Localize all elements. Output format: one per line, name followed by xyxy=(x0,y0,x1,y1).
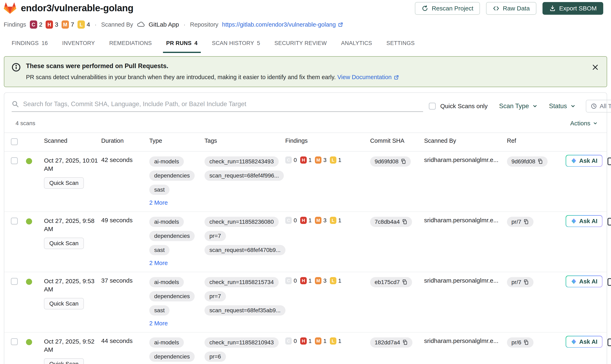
pr-scans-info-banner: These scans were performed on Pull Reque… xyxy=(4,56,607,87)
type-pills: ai-modelsdependenciessast xyxy=(149,277,202,315)
row-findings-badges: C0H1M3L1 xyxy=(285,156,367,164)
ref-pill[interactable]: pr/7 xyxy=(507,217,533,227)
tag-pill: sast xyxy=(149,305,169,315)
tab-analytics[interactable]: ANALYTICS xyxy=(340,40,373,53)
tab-findings[interactable]: FINDINGS16 xyxy=(11,40,49,53)
quick-scans-checkbox[interactable] xyxy=(429,103,436,110)
tag-pill: check_run=11858243493 xyxy=(205,156,279,167)
severity-badge-h: H3 xyxy=(46,20,58,29)
table-body: Oct 27, 2025, 10:01 AM Quick Scan 42 sec… xyxy=(4,152,607,364)
quick-scan-chip[interactable]: Quick Scan xyxy=(44,238,84,249)
row-checkbox[interactable] xyxy=(11,218,18,224)
time-range-filter[interactable]: All Time xyxy=(586,100,611,113)
severity-badge-m: M1 xyxy=(315,338,326,345)
findings-summary-badges: C2H3M7L4 xyxy=(30,20,90,29)
copy-icon xyxy=(402,219,408,225)
copy-icon xyxy=(401,159,406,164)
tab-security-review[interactable]: SECURITY REVIEW xyxy=(273,40,328,53)
tag-pill: dependencies xyxy=(149,351,195,362)
tag-pill: ai-models xyxy=(149,277,184,287)
scan-duration: 42 seconds xyxy=(98,152,146,211)
status-filter[interactable]: Status xyxy=(549,103,576,110)
severity-badge-l: L4 xyxy=(78,20,90,29)
tag-pill: ai-models xyxy=(149,338,184,348)
commit-sha-pill[interactable]: 182dd7a4 xyxy=(370,338,413,348)
rescan-project-button[interactable]: Rescan Project xyxy=(415,2,480,15)
tab-settings[interactable]: SETTINGS xyxy=(386,40,416,53)
chevron-down-icon xyxy=(593,121,598,126)
side-panel-icon[interactable] xyxy=(607,217,611,228)
close-icon[interactable] xyxy=(592,64,599,71)
tag-pill: scan_request=68fef4f996... xyxy=(205,170,284,181)
ask-ai-button[interactable]: Ask AI xyxy=(566,155,602,167)
row-checkbox[interactable] xyxy=(11,338,18,345)
quick-scan-chip[interactable]: Quick Scan xyxy=(44,298,84,309)
ref-pill[interactable]: 9d69fd08 xyxy=(507,156,548,167)
table-row: Oct 27, 2025, 9:53 AM Quick Scan 37 seco… xyxy=(4,272,607,333)
repository-label: Repository xyxy=(190,21,218,28)
commit-sha-pill[interactable]: 7c8db4a4 xyxy=(370,217,412,227)
ai-diamond-icon xyxy=(571,278,577,285)
scanned-by-value: GitLab App xyxy=(149,21,179,28)
ask-ai-button[interactable]: Ask AI xyxy=(566,215,602,227)
row-findings-badges: C0H1M1L1 xyxy=(285,338,367,345)
severity-badge-c: C0 xyxy=(285,277,297,284)
scan-type-filter[interactable]: Scan Type xyxy=(499,103,538,110)
tag-pills: check_run=11858215734pr=7scan_request=68… xyxy=(205,277,282,315)
tag-pill: ai-models xyxy=(149,217,184,227)
search-box[interactable] xyxy=(12,100,423,112)
ref-pill[interactable]: pr/7 xyxy=(507,277,533,287)
cloud-icon xyxy=(137,21,145,28)
separator-dot: · xyxy=(182,21,186,28)
tab-pr-runs[interactable]: PR RUNS4 xyxy=(165,40,198,53)
col-ref: Ref xyxy=(504,133,563,151)
tag-pill: pr=6 xyxy=(205,351,226,362)
tab-inventory[interactable]: INVENTORY xyxy=(61,40,96,53)
side-panel-icon[interactable] xyxy=(607,338,611,348)
chevron-down-icon xyxy=(532,104,538,109)
banner-title: These scans were performed on Pull Reque… xyxy=(26,62,399,70)
copy-icon xyxy=(524,219,529,225)
ask-ai-button[interactable]: Ask AI xyxy=(566,336,602,348)
col-commit-sha: Commit SHA xyxy=(367,133,421,151)
commit-sha-pill[interactable]: eb175cd7 xyxy=(370,277,412,287)
export-sbom-button[interactable]: Export SBOM xyxy=(543,2,603,15)
view-documentation-link[interactable]: View Documentation xyxy=(338,74,399,80)
more-types-link[interactable]: 2 More xyxy=(149,320,168,327)
table-header: Scanned Duration Type Tags Findings Comm… xyxy=(4,132,607,152)
copy-icon xyxy=(403,340,408,345)
side-panel-icon[interactable] xyxy=(607,277,611,288)
more-types-link[interactable]: 2 More xyxy=(149,260,168,266)
tab-scan-history[interactable]: SCAN HISTORY5 xyxy=(211,40,261,53)
table-row: Oct 27, 2025, 10:01 AM Quick Scan 42 sec… xyxy=(4,152,607,212)
scans-card: Quick Scans only Scan Type Status All Ti… xyxy=(4,92,607,364)
row-checkbox[interactable] xyxy=(11,278,18,285)
scan-date: Oct 27, 2025, 9:52 AM xyxy=(44,338,99,354)
ask-ai-button[interactable]: Ask AI xyxy=(566,275,602,287)
quick-scan-chip[interactable]: Quick Scan xyxy=(44,358,84,364)
severity-badge-m: M3 xyxy=(315,217,326,224)
row-checkbox[interactable] xyxy=(11,157,18,164)
ref-pill[interactable]: pr/6 xyxy=(507,338,533,348)
quick-scan-chip[interactable]: Quick Scan xyxy=(44,177,84,189)
tag-pill: dependencies xyxy=(149,291,195,301)
side-panel-icon[interactable] xyxy=(607,157,611,167)
severity-badge-l: L1 xyxy=(330,156,341,164)
tab-remediations[interactable]: REMEDIATIONS xyxy=(108,40,153,53)
select-all-checkbox[interactable] xyxy=(11,138,18,145)
tag-pill: scan_request=68fef470b9... xyxy=(205,245,286,255)
repository-link[interactable]: https://gitlab.com/endor3/vulnerable-gol… xyxy=(222,21,344,28)
search-input[interactable] xyxy=(23,100,423,108)
tag-pill: sast xyxy=(149,185,169,195)
actions-menu[interactable]: Actions xyxy=(570,120,598,127)
col-scanned-by: Scanned By xyxy=(421,133,504,151)
commit-sha-pill[interactable]: 9d69fd08 xyxy=(370,156,411,167)
raw-data-button[interactable]: Raw Data xyxy=(486,2,536,15)
table-toolbar: 4 scans Actions xyxy=(4,113,607,132)
external-link-icon xyxy=(338,22,344,27)
page-header: endor3/vulnerable-golang Rescan Project … xyxy=(0,0,611,15)
col-findings: Findings xyxy=(282,133,367,151)
scanned-by-label: Scanned By xyxy=(101,21,133,28)
more-types-link[interactable]: 2 More xyxy=(149,199,168,206)
quick-scans-label: Quick Scans only xyxy=(440,103,488,110)
